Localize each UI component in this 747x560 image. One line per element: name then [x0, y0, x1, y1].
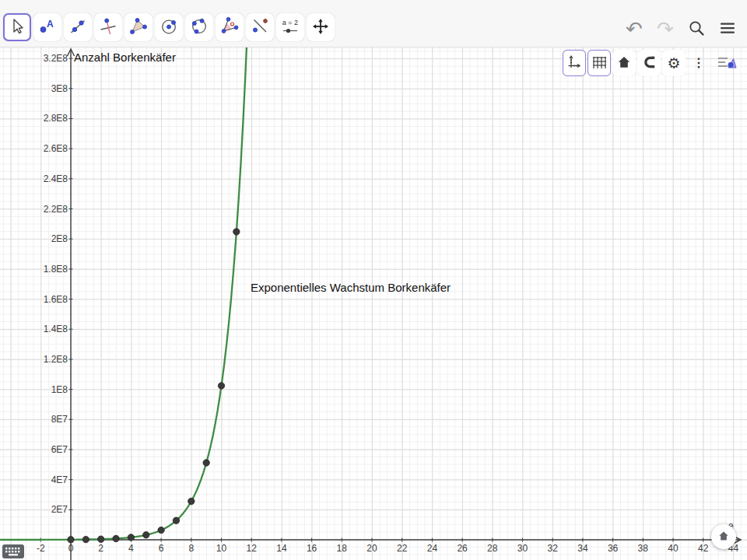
point-tool-letter: A	[47, 18, 54, 29]
move-graphics-view-tool-button[interactable]	[307, 13, 335, 41]
move-tool-button[interactable]	[3, 13, 31, 41]
move-view-icon	[310, 16, 331, 39]
redo-button[interactable]: ↷	[652, 16, 679, 42]
y-tick-label: 3.2E8	[44, 53, 68, 64]
y-tick-label: 1.8E8	[44, 264, 68, 275]
data-point[interactable]	[233, 229, 240, 235]
y-tick-label: 1E8	[51, 384, 68, 395]
reflect-about-line-tool-button[interactable]	[246, 13, 274, 41]
x-tick-label: 4	[128, 543, 134, 554]
cursor-arrow-icon	[7, 16, 27, 39]
undo-icon: ↶	[626, 19, 643, 39]
axes-icon	[566, 54, 582, 72]
data-point[interactable]	[143, 532, 149, 538]
x-tick-label: 40	[668, 543, 678, 554]
chart-annotation-text[interactable]: Exponentielles Wachstum Borkenkäfer	[251, 281, 451, 294]
grid-icon	[591, 54, 607, 72]
x-tick-label: 36	[608, 543, 618, 554]
x-tick-label: 24	[427, 543, 437, 554]
home-icon	[616, 54, 632, 72]
data-point[interactable]	[218, 383, 224, 389]
tool-buttons: A	[3, 13, 335, 41]
data-point[interactable]	[203, 460, 209, 466]
home-icon	[717, 530, 730, 544]
slider-tool-label: a = 2	[282, 19, 298, 26]
data-point[interactable]	[158, 527, 164, 533]
x-tick-label: 22	[397, 543, 407, 554]
angle-tool-button[interactable]	[216, 13, 244, 41]
y-tick-label: 2.2E8	[44, 204, 68, 215]
settings-button[interactable]: ⚙	[662, 50, 686, 76]
data-point[interactable]	[173, 517, 179, 523]
y-tick-label: 6E7	[51, 444, 68, 455]
x-tick-label: 8	[188, 543, 194, 554]
x-tick-label: 26	[457, 543, 467, 554]
plot-canvas	[0, 47, 747, 560]
line-tool-button[interactable]	[64, 13, 92, 41]
toolbar: A	[0, 0, 747, 47]
graphics-style-bar: ⚙ ⋮	[563, 50, 743, 76]
x-tick-label: 14	[276, 543, 286, 554]
x-tick-label: 28	[487, 543, 497, 554]
point-tool-button[interactable]: A	[33, 13, 61, 41]
x-tick-label: 32	[548, 543, 558, 554]
toggle-axes-button[interactable]	[563, 50, 586, 76]
reflect-line-icon	[250, 16, 270, 39]
data-point[interactable]	[68, 537, 74, 543]
toggle-grid-button[interactable]	[587, 50, 611, 76]
slider-icon: a = 2	[280, 16, 300, 39]
exponential-curve[interactable]	[0, 47, 247, 540]
snap-to-grid-icon	[641, 54, 657, 72]
x-tick-label: 20	[366, 543, 377, 554]
data-point[interactable]	[98, 536, 104, 542]
y-tick-label: 2.4E8	[44, 173, 68, 184]
geogebra-app: A	[0, 0, 747, 560]
circle-with-center-tool-button[interactable]	[155, 13, 183, 41]
x-tick-label: 18	[337, 543, 347, 554]
kebab-menu-icon: ⋮	[693, 57, 705, 69]
x-tick-label: 16	[307, 543, 317, 554]
slider-tool-button[interactable]: a = 2	[276, 13, 304, 41]
header-actions: ↶ ↷	[621, 16, 741, 42]
y-axis-title: Anzahl Borkenkäfer	[74, 51, 176, 64]
y-tick-label: 2.6E8	[44, 143, 68, 154]
data-point[interactable]	[128, 534, 134, 541]
y-tick-label: 1.2E8	[44, 354, 68, 365]
y-tick-label: 1.6E8	[44, 294, 68, 305]
data-point[interactable]	[82, 536, 89, 542]
polygon-tool-button[interactable]	[124, 13, 153, 41]
x-tick-label: 42	[698, 543, 708, 554]
x-tick-label: -2	[37, 543, 45, 554]
keyboard-toggle-button[interactable]	[2, 544, 24, 558]
x-tick-label: 12	[247, 543, 257, 554]
conic-through-points-tool-button[interactable]	[185, 13, 213, 41]
polygon-icon	[128, 16, 149, 39]
x-tick-label: 38	[638, 543, 648, 554]
x-tick-label: 6	[159, 543, 164, 554]
data-point[interactable]	[188, 498, 195, 504]
perpendicular-line-tool-button[interactable]	[94, 13, 122, 41]
algebra-panel-toggle-button[interactable]	[712, 50, 743, 76]
y-tick-label: 3E8	[51, 83, 68, 94]
angle-icon	[219, 16, 240, 39]
graphics-view[interactable]: Anzahl Borkenkäfer Exponentielles Wachst…	[0, 47, 747, 560]
search-button[interactable]	[683, 16, 710, 42]
point-icon: A	[37, 16, 58, 39]
standard-view-button[interactable]	[612, 50, 636, 76]
y-tick-label: 4E7	[51, 474, 68, 485]
snap-to-grid-button[interactable]	[637, 50, 661, 76]
perpendicular-line-icon	[98, 16, 118, 39]
more-options-button[interactable]: ⋮	[687, 50, 710, 76]
main-menu-button[interactable]	[714, 16, 741, 42]
x-tick-label: 0	[68, 543, 74, 554]
x-tick-label: 30	[517, 543, 528, 554]
conic-points-icon	[189, 16, 209, 39]
y-tick-label: 1.4E8	[44, 324, 68, 334]
search-icon	[687, 19, 706, 40]
undo-button[interactable]: ↶	[621, 16, 647, 42]
x-tick-label: 10	[216, 543, 226, 554]
data-point[interactable]	[113, 535, 119, 541]
zoom-to-fit-button[interactable]	[711, 524, 736, 549]
y-tick-label: 2E8	[51, 233, 68, 244]
y-tick-label: 2E7	[51, 504, 68, 515]
